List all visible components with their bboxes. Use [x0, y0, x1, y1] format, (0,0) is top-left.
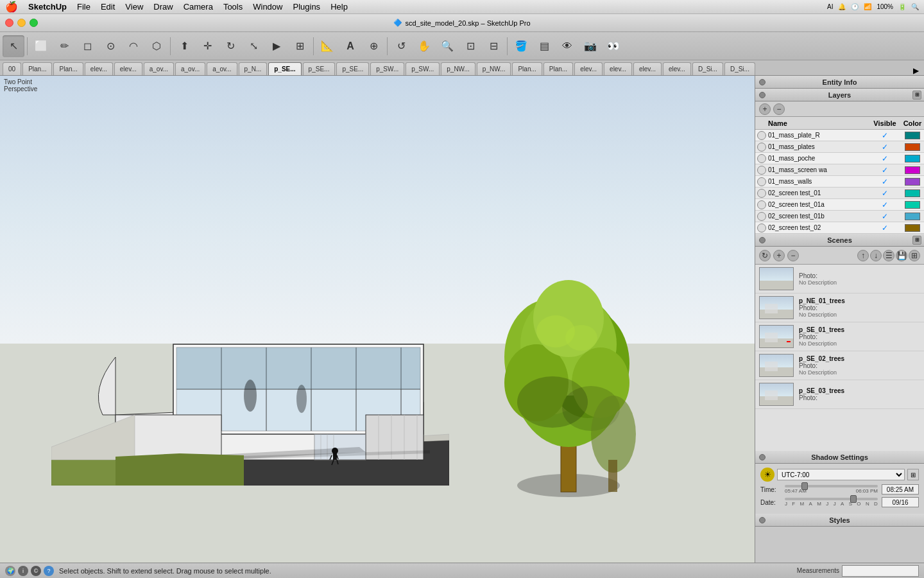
tab-pSW2[interactable]: p_SW... — [406, 62, 440, 75]
layer-radio-4[interactable] — [757, 177, 766, 186]
timezone-select[interactable]: UTC-7:00 — [777, 469, 905, 480]
time-slider-track[interactable] — [785, 485, 878, 487]
layer-row[interactable]: 01_mass_screen wa ✓ — [755, 164, 924, 176]
zoom-window-tool[interactable]: ⊡ — [459, 35, 481, 57]
menu-draw[interactable]: Draw — [153, 2, 173, 12]
tab-aov3[interactable]: a_ov... — [207, 62, 237, 75]
remove-scene-btn[interactable]: − — [787, 250, 799, 261]
layer-color-0[interactable] — [901, 132, 924, 139]
layer-visible-3[interactable]: ✓ — [869, 166, 901, 175]
maximize-button[interactable] — [30, 19, 38, 27]
layers-expand-btn[interactable]: ⊞ — [912, 91, 921, 100]
tab-elev6[interactable]: elev... — [663, 62, 691, 75]
layer-color-6[interactable] — [901, 201, 924, 209]
menu-window[interactable]: Window — [253, 2, 282, 12]
menu-plugins[interactable]: Plugins — [293, 2, 320, 12]
minimize-button[interactable] — [17, 19, 26, 27]
layer-radio-3[interactable] — [757, 166, 766, 175]
tab-elev2[interactable]: elev... — [114, 62, 142, 75]
tab-plan1[interactable]: Plan... — [22, 62, 52, 75]
layer-visible-6[interactable]: ✓ — [869, 200, 901, 209]
add-scene-btn[interactable]: + — [773, 250, 785, 261]
position-camera-tool[interactable]: 📷 — [579, 35, 601, 57]
tab-plan3[interactable]: Plan... — [512, 62, 542, 75]
polygon-tool[interactable]: ⬡ — [146, 35, 167, 57]
move-tool[interactable]: ✛ — [196, 35, 218, 57]
look-around-tool[interactable]: 👀 — [603, 35, 624, 57]
layer-color-2[interactable] — [901, 155, 924, 162]
layer-row[interactable]: 01_mass_plates ✓ — [755, 141, 924, 153]
tab-plan4[interactable]: Plan... — [543, 62, 573, 75]
shadow-collapse-btn[interactable] — [759, 454, 766, 460]
viewport[interactable]: Two Point Perspective — [0, 76, 755, 563]
axes-tool[interactable]: ⊕ — [363, 35, 384, 57]
tab-plan2[interactable]: Plan... — [53, 62, 83, 75]
shadow-settings-btn[interactable]: ⊞ — [907, 469, 919, 480]
credit-icon[interactable]: © — [31, 566, 41, 576]
menu-view[interactable]: View — [125, 2, 143, 12]
layer-row[interactable]: 02_screen test_01a ✓ — [755, 199, 924, 211]
layer-row[interactable]: 01_mass_walls ✓ — [755, 176, 924, 188]
tab-DSi1[interactable]: D_Si... — [692, 62, 723, 75]
geo-location-icon[interactable]: 🌍 — [5, 566, 15, 576]
followme-tool[interactable]: ▶ — [266, 35, 287, 57]
tab-pSE2[interactable]: p_SE... — [303, 62, 336, 75]
scene-list-item[interactable]: p_SE_02_trees Photo: No Description — [755, 351, 924, 380]
remove-layer-btn[interactable]: − — [773, 103, 785, 115]
layer-visible-8[interactable]: ✓ — [869, 223, 901, 232]
scene-details-btn[interactable]: ☰ — [883, 250, 894, 261]
date-slider-thumb[interactable] — [850, 495, 857, 503]
tab-elev3[interactable]: elev... — [574, 62, 603, 75]
layer-row[interactable]: 01_mass_poche ✓ — [755, 153, 924, 164]
add-layer-btn[interactable]: + — [759, 103, 771, 115]
walk-tool[interactable]: 👁 — [556, 35, 578, 57]
scene-list-item[interactable]: p_SE_03_trees Photo: — [755, 380, 924, 409]
layer-color-1[interactable] — [901, 143, 924, 151]
layer-color-5[interactable] — [901, 189, 924, 197]
layer-visible-0[interactable]: ✓ — [869, 131, 901, 140]
tab-elev5[interactable]: elev... — [633, 62, 662, 75]
layer-row[interactable]: 01_mass_plate_R ✓ — [755, 130, 924, 141]
tab-elev4[interactable]: elev... — [604, 62, 632, 75]
rotate-tool[interactable]: ↻ — [219, 35, 241, 57]
eraser-tool[interactable]: ⬜ — [30, 35, 52, 57]
tab-00[interactable]: 00 — [3, 62, 21, 75]
info-icon[interactable]: i — [18, 566, 28, 576]
help-icon[interactable]: ? — [44, 566, 54, 576]
tape-tool[interactable]: 📐 — [316, 35, 338, 57]
scene-move-down-btn[interactable]: ↓ — [870, 250, 882, 261]
layer-color-4[interactable] — [901, 178, 924, 186]
apple-menu[interactable]: 🍎 — [5, 1, 18, 13]
scene-list-item[interactable]: p_NE_01_trees Photo: No Description — [755, 293, 924, 322]
circle-tool[interactable]: ⊙ — [99, 35, 121, 57]
time-slider-thumb[interactable] — [801, 482, 808, 490]
scene-update-btn[interactable]: ⊞ — [909, 250, 920, 261]
layer-radio-0[interactable] — [757, 131, 766, 140]
layer-visible-2[interactable]: ✓ — [869, 154, 901, 163]
arc-tool[interactable]: ◠ — [123, 35, 144, 57]
close-button[interactable] — [5, 19, 13, 27]
tab-pSE3[interactable]: p_SE... — [336, 62, 369, 75]
scenes-collapse-btn[interactable] — [759, 237, 766, 243]
entity-info-collapse[interactable] — [759, 79, 766, 85]
layers-collapse-btn[interactable] — [759, 92, 766, 98]
scale-tool[interactable]: ⤡ — [243, 35, 264, 57]
offset-rect-tool[interactable]: ◻ — [76, 35, 98, 57]
layer-radio-7[interactable] — [757, 212, 766, 221]
layer-visible-7[interactable]: ✓ — [869, 212, 901, 221]
orbit-tool[interactable]: ↺ — [390, 35, 412, 57]
layer-visible-1[interactable]: ✓ — [869, 143, 901, 152]
offset-tool[interactable]: ⊞ — [289, 35, 311, 57]
layer-row[interactable]: 02_screen test_01 ✓ — [755, 188, 924, 199]
layer-row[interactable]: 02_screen test_02 ✓ — [755, 222, 924, 234]
layer-radio-1[interactable] — [757, 143, 766, 152]
layer-radio-6[interactable] — [757, 200, 766, 209]
pencil-tool[interactable]: ✏ — [53, 35, 75, 57]
section-plane-tool[interactable]: ▤ — [533, 35, 555, 57]
tab-pSW1[interactable]: p_SW... — [370, 62, 404, 75]
tab-pNW1[interactable]: p_NW... — [441, 62, 475, 75]
scene-list-item[interactable]: Photo: No Description — [755, 265, 924, 293]
tab-elev1[interactable]: elev... — [85, 62, 113, 75]
select-tool[interactable]: ↖ — [3, 35, 24, 57]
tab-pNW2[interactable]: p_NW... — [477, 62, 511, 75]
